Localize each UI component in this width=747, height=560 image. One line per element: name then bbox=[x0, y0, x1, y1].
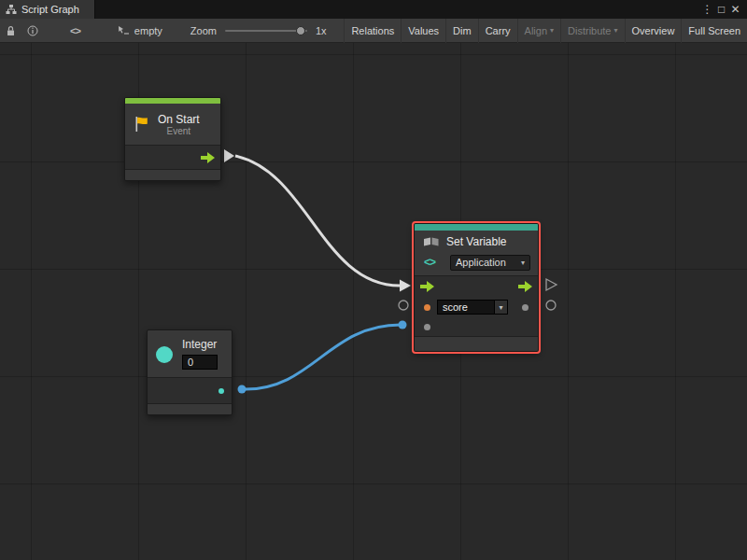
value-in-port-dot[interactable] bbox=[424, 324, 430, 330]
variable-name-value: score bbox=[438, 301, 494, 313]
selection-pointer-icon bbox=[118, 25, 130, 36]
wire-integer-to-setvariable[interactable] bbox=[246, 325, 401, 389]
titlebar: Script Graph ⋮ □ ✕ bbox=[0, 0, 747, 19]
variable-name-dropdown[interactable]: score ▾ bbox=[437, 300, 508, 315]
graph-toolbar: <> empty Zoom 1x Relations Values D bbox=[0, 19, 747, 43]
distribute-dropdown-arrow: ▾ bbox=[614, 26, 618, 35]
align-button[interactable]: Align ▾ bbox=[517, 19, 560, 43]
wire-layer bbox=[0, 43, 747, 560]
variable-color-bar bbox=[415, 224, 538, 231]
graph-tab-icon bbox=[6, 4, 17, 15]
variable-kind-icon: <> bbox=[424, 256, 435, 269]
variable-name-dropdown-arrow: ▾ bbox=[494, 301, 507, 314]
variables-icon bbox=[422, 235, 440, 248]
integer-value: 0 bbox=[188, 357, 193, 368]
integer-ports bbox=[148, 377, 232, 403]
toolbar-buttons: Relations Values Dim Carry Align ▾ Distr… bbox=[344, 19, 747, 43]
close-icon[interactable]: ✕ bbox=[728, 0, 742, 19]
setvariable-value-input-port[interactable] bbox=[399, 321, 407, 329]
node-title: Set Variable bbox=[446, 235, 506, 248]
wire-onstart-to-setvariable[interactable] bbox=[235, 156, 400, 286]
node-footer bbox=[125, 169, 220, 180]
overview-button[interactable]: Overview bbox=[625, 19, 682, 43]
zoom-label: Zoom bbox=[190, 25, 217, 36]
selection-empty-label: empty bbox=[134, 25, 162, 36]
window-menu-icon[interactable]: ⋮ bbox=[700, 0, 714, 19]
code-view-icon[interactable]: <> bbox=[64, 19, 86, 43]
node-title: On Start bbox=[158, 113, 200, 126]
set-variable-ports: score ▾ bbox=[415, 275, 538, 336]
integer-type-icon bbox=[156, 346, 173, 363]
setvariable-name-input-port[interactable] bbox=[399, 301, 408, 310]
window-controls: ⋮ □ ✕ bbox=[700, 0, 747, 19]
setvariable-flow-output-port[interactable] bbox=[546, 279, 557, 290]
carry-button[interactable]: Carry bbox=[478, 19, 517, 43]
relations-button[interactable]: Relations bbox=[344, 19, 401, 43]
scope-value: Application bbox=[456, 257, 506, 268]
tab-script-graph[interactable]: Script Graph bbox=[0, 0, 95, 19]
on-start-header: On Start Event bbox=[125, 104, 220, 145]
scope-dropdown-arrow: ▾ bbox=[521, 259, 525, 267]
dim-button[interactable]: Dim bbox=[445, 19, 478, 43]
integer-out-port-dot[interactable] bbox=[218, 388, 224, 394]
node-subtitle: Event bbox=[158, 126, 200, 136]
wire-arrowhead bbox=[400, 280, 411, 292]
name-port-dot[interactable] bbox=[424, 304, 430, 311]
node-title: Integer bbox=[182, 338, 217, 351]
zoom-value: 1x bbox=[316, 25, 327, 36]
integer-header: Integer 0 bbox=[148, 330, 232, 377]
onstart-flow-output-port[interactable] bbox=[224, 149, 234, 162]
value-out-port-dot[interactable] bbox=[522, 304, 529, 311]
flow-in-arrow-icon[interactable] bbox=[420, 281, 434, 292]
integer-output-port[interactable] bbox=[238, 385, 247, 394]
values-button[interactable]: Values bbox=[401, 19, 445, 43]
tab-title: Script Graph bbox=[21, 4, 79, 15]
script-graph-window: Script Graph ⋮ □ ✕ <> bbox=[0, 0, 747, 560]
flag-icon bbox=[133, 115, 151, 133]
lock-icon[interactable] bbox=[0, 19, 21, 43]
full-screen-button[interactable]: Full Screen bbox=[681, 19, 747, 43]
flow-out-arrow-icon[interactable] bbox=[518, 281, 532, 292]
node-footer bbox=[148, 403, 232, 414]
graph-canvas[interactable]: On Start Event Set Variable bbox=[0, 43, 747, 560]
zoom-control: Zoom 1x bbox=[190, 25, 327, 36]
flow-out-arrow-icon[interactable] bbox=[201, 152, 215, 163]
distribute-button[interactable]: Distribute ▾ bbox=[560, 19, 624, 43]
set-variable-scope-row: <> Application ▾ bbox=[415, 253, 538, 275]
align-dropdown-arrow: ▾ bbox=[550, 26, 554, 35]
node-footer bbox=[415, 336, 538, 351]
zoom-slider[interactable] bbox=[225, 30, 307, 32]
set-variable-header: Set Variable bbox=[415, 231, 538, 253]
info-icon[interactable] bbox=[21, 19, 44, 43]
node-on-start[interactable]: On Start Event bbox=[124, 97, 221, 181]
on-start-ports bbox=[125, 145, 220, 169]
node-set-variable[interactable]: Set Variable <> Application ▾ bbox=[414, 223, 539, 352]
integer-value-field[interactable]: 0 bbox=[182, 355, 218, 370]
node-integer[interactable]: Integer 0 bbox=[147, 329, 233, 415]
scope-dropdown[interactable]: Application ▾ bbox=[450, 255, 530, 271]
zoom-slider-handle[interactable] bbox=[296, 26, 305, 35]
setvariable-value-output-port[interactable] bbox=[546, 301, 556, 310]
inspector-summary: empty bbox=[118, 25, 162, 36]
maximize-icon[interactable]: □ bbox=[714, 0, 728, 19]
